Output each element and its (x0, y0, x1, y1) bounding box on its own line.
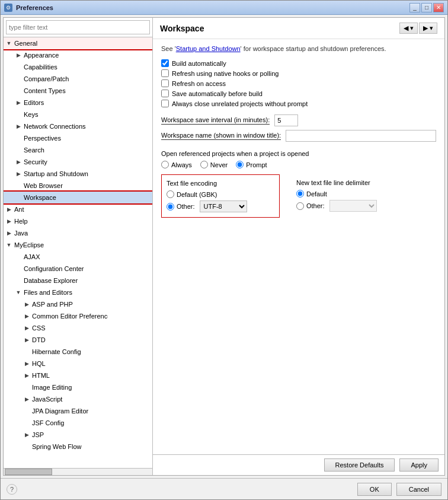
page-title: Workspace (160, 24, 204, 33)
tree-item-perspectives[interactable]: ▶ Perspectives (4, 132, 152, 144)
expand-icon-dtd[interactable]: ▶ (23, 336, 31, 344)
tree-item-database-explorer[interactable]: ▶ Database Explorer (4, 275, 152, 286)
workspace-name-row: Workspace name (shown in window title): (161, 130, 436, 142)
window-icon: ⚙ (4, 4, 12, 12)
forward-button[interactable]: ▶ ▾ (419, 23, 437, 34)
encoding-select[interactable]: UTF-8 UTF-16 ISO-8859-1 (200, 200, 247, 212)
expand-icon-css[interactable]: ▶ (23, 324, 31, 332)
expand-icon-common-editor[interactable]: ▶ (23, 312, 31, 320)
tree-item-compare-patch[interactable]: ▶ Compare/Patch (4, 73, 152, 85)
expand-icon-hql[interactable]: ▶ (23, 359, 31, 368)
ok-button[interactable]: OK (357, 483, 392, 496)
label-nl-default: Default (306, 190, 327, 198)
tree-item-spring-web-flow[interactable]: ▶ Spring Web Flow (4, 441, 152, 453)
filter-input[interactable] (6, 20, 150, 34)
tree-item-common-editor[interactable]: ▶ Common Editor Preference (4, 310, 152, 322)
tree-item-asp-php[interactable]: ▶ ASP and PHP (4, 298, 152, 310)
expand-icon-asp-php[interactable]: ▶ (23, 300, 31, 308)
tree-item-myeclipse[interactable]: ▼ MyEclipse (4, 239, 152, 251)
startup-shutdown-link[interactable]: Startup and Shutdown (176, 45, 241, 52)
tree-item-css[interactable]: ▶ CSS (4, 322, 152, 334)
expand-icon-security[interactable]: ▶ (14, 158, 23, 166)
expand-icon-jsp[interactable]: ▶ (23, 431, 31, 439)
checkbox-refresh-native[interactable] (161, 69, 169, 77)
checkbox-row-refresh-access: Refresh on access (161, 79, 436, 87)
workspace-name-input[interactable] (286, 130, 436, 142)
tree-item-files-editors[interactable]: ▼ Files and Editors (4, 286, 152, 298)
tree-item-content-types[interactable]: ▶ Content Types (4, 85, 152, 97)
tree-item-javascript[interactable]: ▶ JavaScript (4, 393, 152, 405)
new-line-title: New text file line delimiter (296, 179, 431, 186)
tree-item-hibernate-config[interactable]: ▶ Hibernate Config (4, 346, 152, 358)
radio-row-nl-other: Other: (296, 200, 431, 212)
radio-default-gbk[interactable] (167, 190, 174, 198)
newline-select[interactable] (329, 200, 377, 212)
radio-other-utf8[interactable] (167, 203, 174, 211)
save-interval-input[interactable] (274, 114, 298, 126)
tree-item-help[interactable]: ▶ Help (4, 215, 152, 227)
radio-nl-other[interactable] (296, 202, 304, 210)
tree-item-keys[interactable]: ▶ Keys (4, 109, 152, 120)
tree-item-image-editing[interactable]: ▶ Image Editing (4, 381, 152, 393)
expand-icon-startup[interactable]: ▶ (14, 170, 23, 178)
tree-item-jpa-diagram[interactable]: ▶ JPA Diagram Editor (4, 405, 152, 417)
checkbox-build-auto[interactable] (161, 59, 169, 67)
preferences-window: ⚙ Preferences _ □ ✕ ▼ General ▶ (0, 0, 448, 500)
radio-nl-default[interactable] (296, 190, 304, 198)
checkbox-refresh-access[interactable] (161, 79, 169, 87)
back-button[interactable]: ◀ ▾ (399, 23, 418, 34)
tree-item-html[interactable]: ▶ HTML (4, 370, 152, 381)
cancel-button[interactable]: Cancel (396, 483, 441, 496)
tree-item-workspace[interactable]: ▶ Workspace (4, 192, 152, 203)
close-button[interactable]: ✕ (433, 3, 444, 12)
tree-item-search[interactable]: ▶ Search (4, 144, 152, 156)
checkbox-row-close-unrelated: Always close unrelated projects without … (161, 100, 436, 107)
expand-icon-java[interactable]: ▶ (5, 229, 13, 237)
checkbox-close-unrelated[interactable] (161, 100, 169, 107)
tree-item-appearance[interactable]: ▶ Appearance (4, 49, 152, 61)
help-icon[interactable]: ? (7, 484, 17, 495)
tree-item-jsp[interactable]: ▶ JSP (4, 429, 152, 441)
tree-item-hql[interactable]: ▶ HQL (4, 358, 152, 370)
tree-item-config-center[interactable]: ▶ Configuration Center (4, 263, 152, 275)
tree-item-editors[interactable]: ▶ Editors (4, 97, 152, 109)
label-build-auto: Build automatically (172, 60, 226, 67)
expand-icon-myeclipse[interactable]: ▼ (5, 241, 13, 249)
tree-item-security[interactable]: ▶ Security (4, 156, 152, 168)
tree-item-network-connections[interactable]: ▶ Network Connections (4, 120, 152, 132)
expand-icon-appearance[interactable]: ▶ (14, 51, 23, 59)
expand-icon-help[interactable]: ▶ (5, 217, 13, 225)
restore-defaults-button[interactable]: Restore Defaults (324, 458, 395, 472)
tree-item-startup-shutdown[interactable]: ▶ Startup and Shutdown (4, 168, 152, 180)
bottom-bar: Restore Defaults Apply (153, 454, 444, 475)
tree-item-general[interactable]: ▼ General (4, 37, 152, 49)
tree-container[interactable]: ▼ General ▶ Appearance ▶ Capabilities ▶ … (4, 37, 152, 468)
tree-item-ant[interactable]: ▶ Ant (4, 203, 152, 215)
maximize-button[interactable]: □ (421, 3, 432, 12)
expand-icon-editors[interactable]: ▶ (14, 98, 23, 107)
tree-item-jsf-config[interactable]: ▶ JSF Config (4, 417, 152, 429)
apply-button[interactable]: Apply (399, 458, 439, 472)
minimize-button[interactable]: _ (409, 3, 420, 12)
tree-item-dtd[interactable]: ▶ DTD (4, 334, 152, 346)
right-content: See 'Startup and Shutdown' for workspace… (153, 39, 444, 454)
tree-item-web-browser[interactable]: ▶ Web Browser (4, 180, 152, 192)
radio-never[interactable] (200, 161, 208, 168)
tree-item-capabilities[interactable]: ▶ Capabilities (4, 61, 152, 73)
main-content: ▼ General ▶ Appearance ▶ Capabilities ▶ … (3, 17, 445, 476)
radio-row-nl-default: Default (296, 190, 431, 198)
window-title: Preferences (16, 4, 406, 11)
expand-icon-html[interactable]: ▶ (23, 371, 31, 380)
checkbox-save-before-build[interactable] (161, 90, 169, 97)
tree-item-ajax[interactable]: ▶ AJAX (4, 251, 152, 263)
horizontal-scrollbar[interactable] (4, 468, 152, 475)
expand-icon-ant[interactable]: ▶ (5, 205, 13, 214)
radio-always[interactable] (161, 161, 169, 168)
expand-icon-network[interactable]: ▶ (14, 122, 23, 130)
expand-icon-general[interactable]: ▼ (5, 39, 13, 47)
tree-item-java[interactable]: ▶ Java (4, 227, 152, 239)
expand-icon-javascript[interactable]: ▶ (23, 395, 31, 403)
label-close-unrelated: Always close unrelated projects without … (172, 100, 308, 107)
expand-icon-files-editors[interactable]: ▼ (14, 288, 23, 297)
radio-prompt[interactable] (236, 161, 244, 168)
